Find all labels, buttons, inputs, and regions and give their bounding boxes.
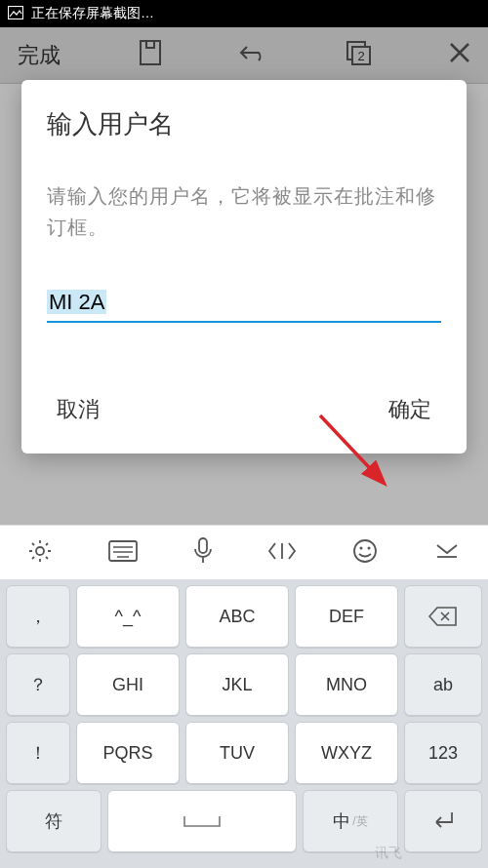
svg-point-13 (359, 546, 362, 549)
picture-icon (8, 6, 23, 22)
settings-icon[interactable] (27, 538, 53, 568)
key-enter[interactable] (404, 790, 482, 852)
key-space[interactable] (107, 790, 297, 852)
key-symbols[interactable]: 符 (6, 790, 102, 852)
username-input-wrapper[interactable]: MI 2A (47, 290, 441, 323)
key-tuv[interactable]: TUV (185, 722, 289, 784)
status-bar: 正在保存屏幕截图… (0, 0, 488, 27)
cursor-move-icon[interactable] (267, 539, 297, 567)
username-dialog: 输入用户名 请输入您的用户名，它将被显示在批注和修订框。 MI 2A 取消 确定 (21, 80, 467, 454)
key-ghi[interactable]: GHI (76, 653, 180, 716)
key-emoticon[interactable]: ^_^ (76, 585, 180, 648)
emoji-icon[interactable] (352, 538, 378, 568)
cancel-button[interactable]: 取消 (51, 391, 105, 428)
key-question[interactable]: ？ (6, 653, 70, 716)
keyboard: ， ^_^ ABC DEF ？ GHI JKL MNO ab ！ PQRS TU… (0, 579, 488, 868)
svg-point-12 (354, 540, 376, 562)
key-wxyz[interactable]: WXYZ (295, 722, 398, 784)
key-alpha-mode[interactable]: ab (404, 653, 482, 716)
key-exclaim[interactable]: ！ (6, 722, 70, 784)
key-def[interactable]: DEF (295, 585, 398, 648)
svg-point-14 (367, 546, 370, 549)
key-pqrs[interactable]: PQRS (76, 722, 180, 784)
dialog-title: 输入用户名 (47, 107, 441, 141)
key-numeric-mode[interactable]: 123 (404, 722, 482, 784)
key-abc[interactable]: ABC (185, 585, 289, 648)
key-comma[interactable]: ， (6, 585, 70, 648)
svg-rect-7 (109, 541, 137, 561)
dialog-description: 请输入您的用户名，它将被显示在批注和修订框。 (47, 180, 441, 243)
status-text: 正在保存屏幕截图… (31, 5, 154, 22)
collapse-keyboard-icon[interactable] (433, 539, 461, 567)
keyboard-toolbar (0, 525, 488, 579)
svg-point-6 (36, 547, 44, 555)
username-input-value[interactable]: MI 2A (47, 290, 106, 314)
keyboard-layout-icon[interactable] (108, 540, 138, 566)
key-language[interactable]: 中/英 (303, 790, 398, 852)
svg-rect-11 (199, 538, 207, 553)
key-mno[interactable]: MNO (295, 653, 398, 716)
key-backspace[interactable] (404, 585, 482, 648)
confirm-button[interactable]: 确定 (383, 391, 437, 428)
ime-watermark: 讯飞 (375, 845, 402, 862)
key-jkl[interactable]: JKL (185, 653, 289, 716)
voice-input-icon[interactable] (193, 537, 213, 569)
